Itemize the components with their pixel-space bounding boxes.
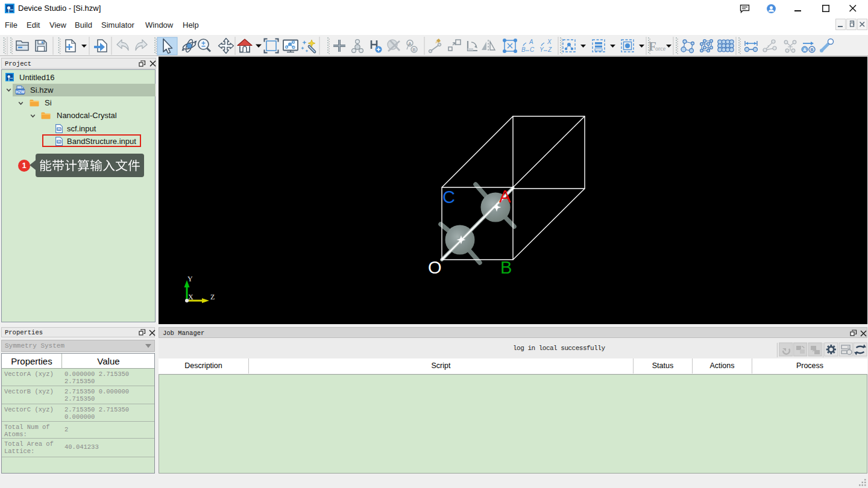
svg-text:Z: Z bbox=[210, 293, 215, 301]
svg-text:X: X bbox=[188, 293, 193, 301]
svg-text:A: A bbox=[499, 187, 511, 206]
svg-text:B: B bbox=[810, 48, 813, 52]
svg-text:B: B bbox=[500, 258, 512, 277]
svg-text:C: C bbox=[442, 187, 455, 207]
svg-text:X: X bbox=[547, 39, 552, 45]
svg-text:Y: Y bbox=[539, 46, 544, 53]
svg-text:Z: Z bbox=[547, 46, 552, 53]
svg-text:A: A bbox=[803, 48, 806, 52]
svg-text:orce: orce bbox=[655, 45, 666, 52]
svg-text:A: A bbox=[529, 39, 533, 45]
svg-text:C: C bbox=[530, 46, 535, 53]
svg-text:B: B bbox=[521, 46, 526, 53]
svg-text:B: B bbox=[412, 47, 415, 52]
svg-text:HZW: HZW bbox=[16, 89, 25, 93]
svg-text:Y: Y bbox=[187, 275, 193, 283]
svg-text:IN: IN bbox=[57, 127, 60, 130]
svg-text:O: O bbox=[428, 258, 442, 277]
